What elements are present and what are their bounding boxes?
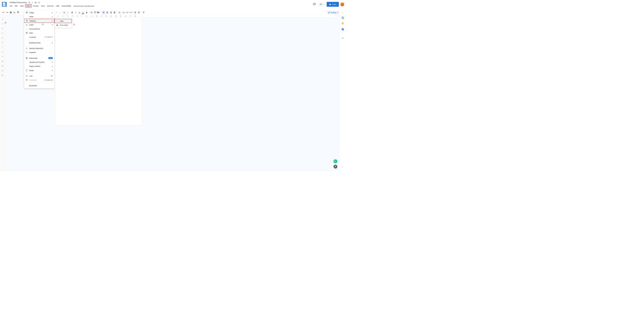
menu-item-headers-footers[interactable]: Headers and footers ▶: [24, 60, 54, 64]
comment-history-button[interactable]: [312, 2, 317, 7]
chevron-right-icon: ▶: [52, 66, 53, 67]
clear-formatting-button[interactable]: [142, 11, 145, 14]
menu-bar: File Edit View Insert Format Tools Add-o…: [9, 4, 312, 7]
menu-item-building-blocks[interactable]: Building blocks ▶: [24, 41, 54, 45]
menu-item-chart[interactable]: Chart ▶: [24, 23, 54, 27]
menu-item-horizontal-line[interactable]: — Horizontal line: [24, 27, 54, 31]
menu-item-drawing[interactable]: Drawing ▶: [24, 19, 54, 23]
numbered-list-button[interactable]: ▼: [130, 11, 133, 14]
divider: [24, 55, 54, 55]
menu-insert[interactable]: Insert: [25, 4, 32, 7]
spellcheck-button[interactable]: [13, 11, 16, 14]
star-icon[interactable]: ☆: [31, 1, 34, 4]
expand-side-panel-button[interactable]: ›: [341, 165, 344, 168]
align-justify-button[interactable]: [113, 11, 116, 14]
menu-file[interactable]: File: [9, 4, 14, 7]
bullet-list-button[interactable]: ▼: [126, 11, 130, 14]
floating-buttons: [334, 159, 338, 169]
paint-format-button[interactable]: [16, 11, 20, 14]
font-select[interactable]: ▼: [55, 12, 58, 13]
separator: [20, 11, 20, 14]
submenu-item-from-drive[interactable]: From Drive: [54, 23, 72, 27]
separator: [341, 33, 344, 34]
decrease-font-button[interactable]: −: [60, 11, 62, 14]
italic-button[interactable]: I: [74, 11, 77, 14]
increase-font-button[interactable]: +: [66, 11, 69, 14]
link-button[interactable]: [90, 11, 93, 14]
separator: [70, 11, 70, 14]
calendar-app-icon[interactable]: 31: [341, 16, 344, 19]
svg-rect-1: [4, 4, 5, 5]
move-icon[interactable]: [34, 1, 37, 4]
menu-view[interactable]: View: [19, 4, 24, 7]
document-page[interactable]: [55, 17, 142, 125]
tasks-app-icon[interactable]: [341, 28, 344, 31]
keep-app-icon[interactable]: [341, 22, 344, 25]
share-button[interactable]: Share: [327, 2, 339, 7]
calendar-icon: [26, 32, 28, 34]
menu-item-date[interactable]: Date: [24, 31, 54, 35]
menu-item-watermark[interactable]: Watermark New: [24, 56, 54, 60]
line-icon: —: [26, 28, 28, 30]
font-size-value[interactable]: 11: [62, 12, 66, 13]
menu-edit[interactable]: Edit: [14, 4, 19, 7]
grammarly-button[interactable]: [334, 159, 338, 163]
menu-item-break[interactable]: Break ▶: [24, 68, 54, 72]
menu-item-equation[interactable]: π² Equation: [24, 50, 54, 54]
menu-help[interactable]: Help: [55, 4, 60, 7]
menu-item-footnote[interactable]: Footnote ⌘+Option+F: [24, 35, 54, 39]
bold-button[interactable]: B: [70, 11, 74, 14]
indent-button[interactable]: [137, 11, 140, 14]
submenu-item-new[interactable]: + New: [54, 19, 72, 23]
editing-mode-button[interactable]: Editing ▼: [327, 11, 340, 14]
svg-rect-3: [314, 4, 315, 4]
outline-button[interactable]: [3, 20, 8, 25]
menu-addons[interactable]: Add-ons: [46, 4, 54, 7]
highlight-button[interactable]: [85, 11, 88, 14]
docs-logo[interactable]: [2, 2, 7, 7]
watermark-icon: [26, 57, 28, 59]
plus-icon: +: [56, 20, 58, 22]
chevron-down-icon: ▼: [323, 3, 324, 5]
checklist-button[interactable]: ▼: [123, 11, 126, 14]
explore-button[interactable]: [334, 165, 338, 168]
collapse-toolbar-button[interactable]: ︿: [341, 11, 344, 14]
lock-icon: [329, 3, 331, 5]
comment-button[interactable]: +: [94, 11, 97, 14]
cloud-icon[interactable]: [38, 1, 40, 4]
add-app-button[interactable]: [341, 37, 344, 39]
image-button[interactable]: ▼: [97, 11, 100, 14]
menu-item-page-numbers[interactable]: Page numbers ▶: [24, 64, 54, 68]
text-color-button[interactable]: A: [82, 11, 85, 14]
menu-item-link[interactable]: Link ⌘K: [24, 74, 54, 78]
menu-item-image[interactable]: 🖼 Image ▶: [24, 10, 54, 14]
title-area: Untitled document 1. ☆ File Edit View In…: [9, 1, 312, 7]
annotation-2: 2.: [42, 23, 44, 26]
document-title[interactable]: Untitled document: [9, 1, 28, 4]
break-icon: [26, 69, 28, 71]
menu-format[interactable]: Format: [32, 4, 39, 7]
last-edit-link[interactable]: Last edit was 6 minutes ago: [73, 5, 94, 7]
print-button[interactable]: [9, 11, 12, 14]
menu-item-special-characters[interactable]: Ω Special characters: [24, 46, 54, 50]
divider: [24, 73, 54, 73]
present-button[interactable]: ▼: [318, 2, 325, 6]
outdent-button[interactable]: [134, 11, 137, 14]
align-right-button[interactable]: [109, 11, 112, 14]
line-spacing-button[interactable]: [118, 11, 121, 14]
align-left-button[interactable]: [102, 11, 105, 14]
divider: [24, 83, 54, 83]
menu-accessibility[interactable]: Accessibility: [61, 4, 72, 7]
align-center-button[interactable]: [106, 11, 109, 14]
menu-item-bookmark[interactable]: Bookmark: [24, 83, 54, 88]
left-ruler: 1 2 3 4 5 6 7 8 9 10 11 12 13: [0, 15, 5, 172]
insert-menu-dropdown: 🖼 Image ▶ Table ▶ Drawing ▶ Chart ▶ — Ho…: [24, 10, 54, 88]
avatar[interactable]: [340, 2, 344, 6]
chevron-right-icon: ▶: [52, 70, 53, 71]
undo-button[interactable]: [2, 11, 5, 14]
underline-button[interactable]: U: [78, 11, 81, 14]
menu-item-table[interactable]: Table ▶: [24, 15, 54, 19]
redo-button[interactable]: [6, 11, 9, 14]
share-label: Share: [332, 3, 336, 5]
menu-tools[interactable]: Tools: [40, 4, 46, 7]
